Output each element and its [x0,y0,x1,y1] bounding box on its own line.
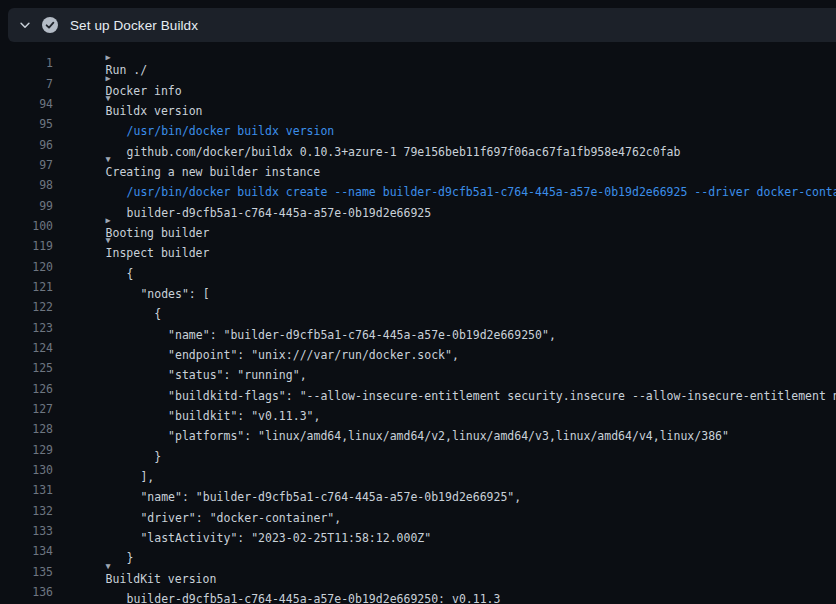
line-number[interactable]: 125 [0,361,53,375]
triangle-collapsed-icon: ▶ [106,52,119,62]
triangle-expanded-icon: ▼ [106,153,119,163]
line-number[interactable]: 121 [0,280,53,294]
line-number[interactable]: 126 [0,382,53,396]
line-number[interactable]: 122 [0,300,53,314]
log-lines: 1 ▶ Run ./ 7 ▶ Docker info 94 ▼ Buildx v… [0,53,836,602]
line-number[interactable]: 94 [0,97,53,111]
line-number[interactable]: 129 [0,443,53,457]
line-number[interactable]: 95 [0,117,53,131]
line-number[interactable]: 98 [0,178,53,192]
line-number[interactable]: 119 [0,239,53,253]
check-circle-icon [42,17,58,33]
triangle-collapsed-icon: ▶ [106,214,119,224]
line-number[interactable]: 133 [0,524,53,538]
line-number[interactable]: 97 [0,158,53,172]
line-number[interactable]: 136 [0,585,53,599]
line-number[interactable]: 123 [0,321,53,335]
line-text: builder-d9cfb5a1-c764-445a-a57e-0b19d2e6… [127,592,501,604]
line-number[interactable]: 99 [0,199,53,213]
line-number[interactable]: 131 [0,483,53,497]
line-number[interactable]: 120 [0,260,53,274]
triangle-expanded-icon: ▼ [106,560,119,570]
triangle-expanded-icon: ▼ [106,92,119,102]
triangle-collapsed-icon: ▶ [106,72,119,82]
line-number[interactable]: 96 [0,138,53,152]
chevron-down-icon[interactable] [8,8,42,42]
log-line: 136 builder-d9cfb5a1-c764-445a-a57e-0b19… [0,582,836,602]
line-number[interactable]: 124 [0,341,53,355]
line-number[interactable]: 132 [0,504,53,518]
line-number[interactable]: 100 [0,219,53,233]
line-number[interactable]: 134 [0,544,53,558]
line-number[interactable]: 127 [0,402,53,416]
line-number[interactable]: 128 [0,422,53,436]
line-number[interactable]: 7 [0,77,53,91]
line-number[interactable]: 130 [0,463,53,477]
line-number[interactable]: 135 [0,565,53,579]
line-number[interactable]: 1 [0,56,53,70]
step-title: Set up Docker Buildx [70,18,198,33]
log-viewer: 1 ▶ Run ./ 7 ▶ Docker info 94 ▼ Buildx v… [0,42,836,602]
triangle-expanded-icon: ▼ [106,235,119,245]
